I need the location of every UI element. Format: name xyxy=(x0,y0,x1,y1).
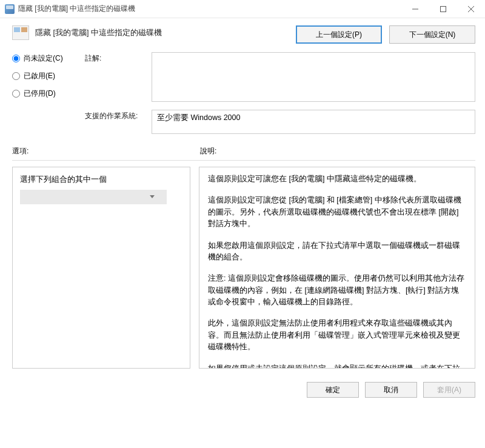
radio-enabled-label: 已啟用(E) xyxy=(24,71,55,81)
combo-label: 選擇下列組合的其中一個 xyxy=(20,175,182,185)
apply-button: 套用(A) xyxy=(423,382,475,398)
help-paragraph: 注意: 這個原則設定會移除磁碟機的圖示。使用者仍然可以利用其他方法存取磁碟機的內… xyxy=(208,273,466,308)
previous-setting-button[interactable]: 上一個設定(P) xyxy=(296,25,382,44)
content-area: 隱藏 [我的電腦] 中這些指定的磁碟機 上一個設定(P) 下一個設定(N) 尚未… xyxy=(0,18,485,375)
ok-button[interactable]: 確定 xyxy=(307,382,359,398)
supported-os-cell: 至少需要 Windows 2000 xyxy=(152,110,475,134)
radio-group: 尚未設定(C) 已啟用(E) 已停用(D) xyxy=(12,52,79,106)
radio-not-configured-input[interactable] xyxy=(12,55,20,62)
radio-not-configured[interactable]: 尚未設定(C) xyxy=(12,53,79,64)
cancel-button[interactable]: 取消 xyxy=(365,382,417,398)
supported-os-value: 至少需要 Windows 2000 xyxy=(157,113,240,122)
help-paragraph: 這個原則設定可讓您從 [我的電腦] 和 [檔案總管] 中移除代表所選取磁碟機的圖… xyxy=(208,195,466,230)
supported-os-label: 支援的作業系統: xyxy=(85,110,146,134)
titlebar: 隱藏 [我的電腦] 中這些指定的磁碟機 xyxy=(0,0,485,18)
help-paragraph: 此外，這個原則設定無法防止使用者利用程式來存取這些磁碟機或其內容。而且無法防止使… xyxy=(208,318,466,353)
svg-rect-0 xyxy=(441,6,446,12)
help-panel[interactable]: 這個原則設定可讓您在 [我的電腦] 中隱藏這些特定的磁碟機。 這個原則設定可讓您… xyxy=(199,167,475,369)
drive-combo[interactable] xyxy=(20,190,167,204)
help-paragraph: 這個原則設定可讓您在 [我的電腦] 中隱藏這些特定的磁碟機。 xyxy=(208,173,466,185)
policy-title: 隱藏 [我的電腦] 中這些指定的磁碟機 xyxy=(35,25,290,38)
radio-enabled[interactable]: 已啟用(E) xyxy=(12,71,79,81)
minimize-button[interactable] xyxy=(401,0,429,18)
options-panel: 選擇下列組合的其中一個 xyxy=(12,167,190,369)
comment-textarea[interactable] xyxy=(152,52,475,102)
nav-buttons: 上一個設定(P) 下一個設定(N) xyxy=(296,25,475,44)
radio-disabled-label: 已停用(D) xyxy=(24,89,56,99)
window-controls xyxy=(401,0,485,18)
radio-disabled-input[interactable] xyxy=(12,90,20,98)
radio-not-configured-label: 尚未設定(C) xyxy=(24,53,63,64)
radio-disabled[interactable]: 已停用(D) xyxy=(12,89,79,99)
options-label: 選項: xyxy=(12,146,200,156)
app-icon xyxy=(5,4,15,14)
help-label: 說明: xyxy=(200,146,216,156)
maximize-button[interactable] xyxy=(429,0,457,18)
supported-os-box: 至少需要 Windows 2000 xyxy=(152,110,475,134)
help-paragraph: 如果您啟用這個原則設定，請在下拉式清單中選取一個磁碟機或一群磁碟機的組合。 xyxy=(208,240,466,264)
window-title: 隱藏 [我的電腦] 中這些指定的磁碟機 xyxy=(18,4,401,14)
panel-labels: 選項: 說明: xyxy=(12,146,475,156)
help-paragraph: 如果您停用或未設定這個原則設定，就會顯示所有的磁碟機，或者在下拉式清單中選取 [… xyxy=(208,363,466,369)
comment-cell xyxy=(152,52,475,106)
chevron-down-icon xyxy=(150,195,155,199)
policy-icon xyxy=(12,25,29,40)
next-setting-button[interactable]: 下一個設定(N) xyxy=(389,25,475,44)
footer: 確定 取消 套用(A) xyxy=(0,375,485,405)
settings-grid: 尚未設定(C) 已啟用(E) 已停用(D) 註解: 支援的作業系統: 至少需要 … xyxy=(12,52,475,134)
panels-row: 選擇下列組合的其中一個 這個原則設定可讓您在 [我的電腦] 中隱藏這些特定的磁碟… xyxy=(12,160,475,369)
comment-label: 註解: xyxy=(85,52,146,106)
radio-enabled-input[interactable] xyxy=(12,72,20,80)
close-button[interactable] xyxy=(457,0,485,18)
header-row: 隱藏 [我的電腦] 中這些指定的磁碟機 上一個設定(P) 下一個設定(N) xyxy=(12,25,475,44)
